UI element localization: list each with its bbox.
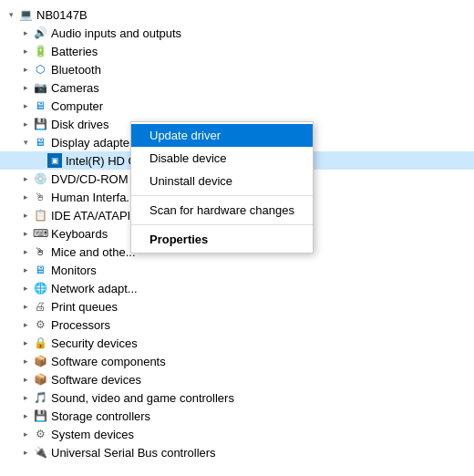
- label-storage: Storage controllers: [51, 409, 474, 423]
- menu-separator: [131, 195, 313, 196]
- icon-bluetooth: ⬡: [33, 62, 47, 77]
- chevron-human: [18, 190, 33, 204]
- label-batteries: Batteries: [51, 45, 474, 58]
- tree-item-storage[interactable]: 💾Storage controllers: [0, 407, 474, 425]
- label-bluetooth: Bluetooth: [51, 63, 474, 77]
- chevron-mice: [18, 244, 33, 259]
- tree-item-software_comp[interactable]: 📦Software components: [0, 352, 474, 370]
- label-sound: Sound, video and game controllers: [51, 391, 474, 405]
- icon-intel: ▣: [47, 153, 62, 168]
- label-monitors: Monitors: [51, 264, 474, 277]
- icon-monitors: 🖥: [33, 263, 47, 277]
- chevron-computer: [18, 98, 33, 113]
- chevron-display: [18, 135, 33, 150]
- tree-item-software_dev[interactable]: 📦Software devices: [0, 370, 474, 388]
- chevron-storage: [18, 409, 33, 423]
- tree-item-batteries[interactable]: 🔋Batteries: [0, 42, 474, 60]
- icon-software_comp: 📦: [33, 354, 47, 368]
- icon-batteries: 🔋: [33, 44, 47, 58]
- menu-item-properties[interactable]: Properties: [131, 228, 313, 251]
- tree-item-audio[interactable]: 🔊Audio inputs and outputs: [0, 24, 474, 42]
- chevron-processors: [18, 317, 33, 332]
- icon-sound: 🎵: [33, 390, 47, 405]
- tree-item-nb0147b[interactable]: 💻NB0147B: [0, 5, 474, 24]
- label-computer: Computer: [51, 99, 474, 113]
- chevron-nb0147b: [4, 7, 18, 22]
- icon-processors: ⚙: [33, 317, 47, 332]
- icon-print: 🖨: [33, 299, 47, 314]
- chevron-batteries: [18, 44, 33, 58]
- icon-nb0147b: 💻: [18, 7, 33, 22]
- label-network: Network adapt...: [51, 282, 474, 295]
- chevron-software_comp: [18, 354, 33, 368]
- label-system: System devices: [51, 428, 474, 441]
- icon-audio: 🔊: [33, 26, 47, 40]
- chevron-cameras: [18, 80, 33, 95]
- menu-item-disable[interactable]: Disable device: [131, 147, 313, 170]
- chevron-monitors: [18, 263, 33, 277]
- icon-dvd: 💿: [33, 171, 47, 186]
- icon-storage: 💾: [33, 409, 47, 423]
- tree-item-cameras[interactable]: 📷Cameras: [0, 78, 474, 97]
- tree-item-sound[interactable]: 🎵Sound, video and game controllers: [0, 388, 474, 407]
- chevron-system: [18, 427, 33, 441]
- tree-item-processors[interactable]: ⚙Processors: [0, 316, 474, 334]
- chevron-network: [18, 281, 33, 295]
- chevron-keyboards: [18, 226, 33, 241]
- icon-display: 🖥: [33, 135, 47, 150]
- menu-item-scan[interactable]: Scan for hardware changes: [131, 199, 313, 222]
- label-print: Print queues: [51, 300, 474, 314]
- label-audio: Audio inputs and outputs: [51, 26, 474, 40]
- label-usb: Universal Serial Bus controllers: [51, 446, 474, 460]
- chevron-dvd: [18, 171, 33, 186]
- label-security: Security devices: [51, 336, 474, 350]
- label-cameras: Cameras: [51, 81, 474, 95]
- tree-item-system[interactable]: ⚙System devices: [0, 425, 474, 443]
- icon-keyboards: ⌨: [33, 226, 47, 241]
- menu-separator: [131, 224, 313, 225]
- label-processors: Processors: [51, 318, 474, 332]
- chevron-software_dev: [18, 372, 33, 387]
- chevron-audio: [18, 26, 33, 40]
- icon-cameras: 📷: [33, 80, 47, 95]
- menu-item-update[interactable]: Update driver: [131, 124, 313, 147]
- menu-item-uninstall[interactable]: Uninstall device: [131, 170, 313, 192]
- tree-item-computer[interactable]: 🖥Computer: [0, 97, 474, 115]
- tree-item-network[interactable]: 🌐Network adapt...: [0, 279, 474, 297]
- icon-mice: 🖱: [33, 244, 47, 259]
- chevron-sound: [18, 390, 33, 405]
- chevron-disk: [18, 117, 33, 131]
- icon-security: 🔒: [33, 336, 47, 350]
- icon-disk: 💾: [33, 117, 47, 131]
- tree-item-security[interactable]: 🔒Security devices: [0, 334, 474, 352]
- chevron-bluetooth: [18, 62, 33, 77]
- icon-human: 🖱: [33, 190, 47, 204]
- chevron-print: [18, 299, 33, 314]
- chevron-security: [18, 336, 33, 350]
- label-software_comp: Software components: [51, 355, 474, 368]
- label-nb0147b: NB0147B: [36, 8, 474, 22]
- icon-system: ⚙: [33, 427, 47, 441]
- tree-item-usb[interactable]: 🔌Universal Serial Bus controllers: [0, 443, 474, 461]
- icon-network: 🌐: [33, 281, 47, 295]
- chevron-usb: [18, 445, 33, 460]
- tree-item-print[interactable]: 🖨Print queues: [0, 297, 474, 316]
- label-software_dev: Software devices: [51, 373, 474, 387]
- icon-software_dev: 📦: [33, 372, 47, 387]
- icon-computer: 🖥: [33, 98, 47, 113]
- context-menu: Update driverDisable deviceUninstall dev…: [130, 121, 314, 254]
- tree-item-bluetooth[interactable]: ⬡Bluetooth: [0, 60, 474, 78]
- icon-usb: 🔌: [33, 445, 47, 460]
- tree-item-monitors[interactable]: 🖥Monitors: [0, 261, 474, 279]
- chevron-ide: [18, 208, 33, 222]
- icon-ide: 📋: [33, 208, 47, 222]
